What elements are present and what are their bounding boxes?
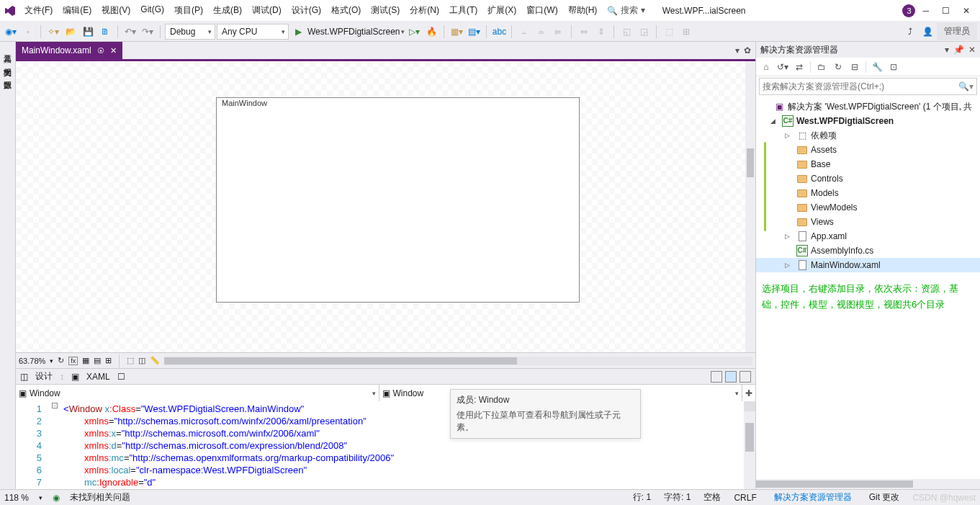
menu-analyze[interactable]: 分析(N) [405, 1, 444, 19]
tab-doc-outline[interactable]: 文档大纲 [1, 59, 14, 65]
hot-reload-icon[interactable]: 🔥 [423, 24, 439, 40]
pin-icon[interactable]: ⦿ [97, 47, 104, 55]
sol-prop-icon[interactable]: 🔧 [870, 60, 884, 74]
layout-v-icon[interactable] [725, 371, 737, 383]
close-tab-icon[interactable]: ✕ [110, 46, 117, 55]
search-icon[interactable]: 🔍▾ [958, 81, 974, 91]
tab-toolbox[interactable]: 工具箱 [1, 46, 14, 52]
sol-sync-icon[interactable]: ⇄ [792, 60, 806, 74]
design-tab[interactable]: 设计 [35, 370, 53, 383]
tree-solution[interactable]: ▣解决方案 'West.WPFDigtialScreen' (1 个项目, 共 [756, 99, 980, 114]
order-back-icon[interactable]: ◲ [636, 24, 652, 40]
notification-badge[interactable]: 3 [902, 4, 915, 17]
ruler-icon[interactable]: 📏 [150, 356, 160, 365]
design-window[interactable] [216, 97, 580, 303]
status-zoom[interactable]: 118 % [4, 493, 29, 503]
live-share-icon[interactable]: 👤 [920, 24, 935, 40]
menu-format[interactable]: 格式(O) [327, 1, 365, 19]
save-all-icon[interactable]: 🗎 [97, 24, 113, 40]
status-tab-git[interactable]: Git 更改 [869, 491, 900, 504]
align-left-icon[interactable]: ⫠ [516, 24, 532, 40]
tree-folder[interactable]: ViewModels [756, 200, 980, 215]
tree-folder[interactable]: Models [756, 186, 980, 200]
menu-window[interactable]: 窗口(W) [522, 1, 562, 19]
order-front-icon[interactable]: ◱ [619, 24, 634, 40]
redo-icon[interactable]: ↷▾ [140, 24, 156, 40]
sol-back-icon[interactable]: ↺▾ [776, 60, 790, 74]
snap-icon[interactable]: ▤ [94, 356, 101, 365]
menu-file[interactable]: 文件(F) [20, 1, 57, 19]
undo-icon[interactable]: ↶▾ [122, 24, 138, 40]
menu-tools[interactable]: 工具(T) [445, 1, 482, 19]
tree-deps[interactable]: ▷⬚依赖项 [756, 128, 980, 143]
menu-git[interactable]: Git(G) [136, 1, 168, 19]
popout-icon[interactable]: ☐ [117, 372, 125, 382]
tree-folder[interactable]: Views [756, 215, 980, 229]
platform-combo[interactable]: Any CPU [217, 24, 289, 40]
size-icon[interactable]: ⬚ [661, 24, 677, 40]
sol-search[interactable]: 🔍▾ [759, 78, 977, 95]
tb-icon-1[interactable]: ▦▾ [449, 24, 464, 40]
title-search[interactable]: 搜索 ▾ [621, 4, 644, 17]
zoom-fit-icon[interactable]: ↻ [58, 356, 64, 365]
menu-debug[interactable]: 调试(D) [248, 1, 286, 19]
sol-pin-icon[interactable]: 📌 [953, 45, 964, 55]
sol-search-input[interactable] [763, 81, 958, 91]
split-editor-icon[interactable]: ✚ [742, 385, 755, 401]
swap-icon[interactable]: ↕ [60, 372, 64, 382]
code-vscroll[interactable] [744, 401, 755, 489]
zoom-level[interactable]: 63.78% [19, 357, 45, 365]
menu-design[interactable]: 设计(G) [287, 1, 325, 19]
forward-icon[interactable]: ◦ [20, 24, 36, 40]
sol-home-icon[interactable]: ⌂ [759, 60, 773, 74]
guides-icon[interactable]: ⬚ [127, 356, 134, 365]
fx-icon[interactable]: fx [68, 357, 78, 365]
sol-refresh-icon[interactable]: ↻ [831, 60, 845, 74]
align-center-icon[interactable]: ⫨ [534, 24, 549, 40]
menu-test[interactable]: 测试(S) [367, 1, 404, 19]
tb-icon-2[interactable]: ▤▾ [466, 24, 482, 40]
sol-dropdown-icon[interactable]: ▾ [945, 45, 949, 55]
designer-surface[interactable]: MainWindow [16, 59, 755, 352]
status-spaces[interactable]: 空格 [703, 491, 721, 504]
dist-v-icon[interactable]: ⇕ [593, 24, 609, 40]
designer-vscroll[interactable] [745, 61, 755, 352]
share-icon[interactable]: ⤴ [902, 24, 918, 40]
layout-h-icon[interactable] [711, 371, 722, 383]
snap2-icon[interactable]: ⊞ [105, 356, 112, 365]
sol-close-icon[interactable]: ✕ [968, 45, 976, 55]
tree-folder[interactable]: Assets [756, 143, 980, 157]
status-crlf[interactable]: CRLF [734, 493, 756, 503]
status-col[interactable]: 字符: 1 [664, 491, 691, 504]
status-issues[interactable]: 未找到相关问题 [70, 491, 130, 504]
menu-project[interactable]: 项目(P) [170, 1, 207, 19]
tree-appxaml[interactable]: ▷App.xaml [756, 229, 980, 243]
sol-hscroll[interactable] [756, 479, 980, 489]
tree-folder[interactable]: Base [756, 157, 980, 171]
minimize-icon[interactable]: ─ [922, 6, 929, 16]
fold-icon[interactable]: - [52, 403, 58, 408]
tab-overflow-icon[interactable]: ▾ [735, 45, 740, 55]
config-combo[interactable]: Debug [165, 24, 215, 40]
start-noDebug-icon[interactable]: ▷▾ [406, 24, 422, 40]
status-line[interactable]: 行: 1 [633, 491, 651, 504]
designer-hscroll[interactable] [164, 357, 752, 365]
search-icon[interactable]: 🔍 [607, 6, 618, 16]
sol-show-all-icon[interactable]: 🗀 [814, 60, 829, 74]
save-icon[interactable]: 💾 [80, 24, 96, 40]
tab-gear-icon[interactable]: ✿ [744, 45, 751, 55]
margin-icon[interactable]: ⊞ [678, 24, 694, 40]
close-icon[interactable]: ✕ [963, 6, 970, 16]
sol-collapse-icon[interactable]: ⊟ [848, 60, 862, 74]
new-item-icon[interactable]: ✧▾ [45, 24, 61, 40]
menu-extensions[interactable]: 扩展(X) [483, 1, 521, 19]
menu-help[interactable]: 帮助(H) [564, 1, 602, 19]
open-icon[interactable]: 📂 [63, 24, 78, 40]
dist-h-icon[interactable]: ⇔ [576, 24, 592, 40]
maximize-icon[interactable]: ☐ [942, 6, 950, 16]
align-right-icon[interactable]: ⫢ [551, 24, 567, 40]
tree-asm[interactable]: C#AssemblyInfo.cs [756, 243, 980, 258]
tree-mainwindow[interactable]: ▷MainWindow.xaml [756, 258, 980, 272]
layout-full-icon[interactable] [740, 371, 751, 383]
back-icon[interactable]: ◉▾ [3, 24, 19, 40]
